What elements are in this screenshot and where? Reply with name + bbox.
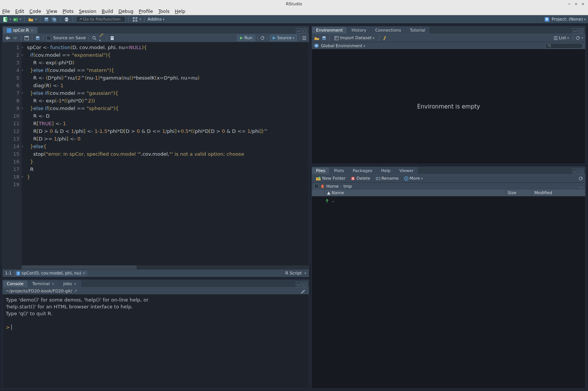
menu-build[interactable]: Build (102, 9, 113, 14)
save-workspace-icon[interactable] (322, 36, 326, 40)
col-modified[interactable]: Modified (532, 190, 585, 196)
close-icon[interactable]: × (73, 282, 76, 286)
rename-button[interactable]: Rename (374, 176, 400, 181)
find-icon[interactable] (92, 36, 97, 40)
close-button[interactable]: × (581, 2, 586, 6)
back-icon[interactable] (5, 36, 10, 40)
goto-file-input[interactable]: ↗Go to file/function (76, 16, 126, 22)
tab-packages[interactable]: Packages (349, 167, 377, 174)
save-icon[interactable] (43, 16, 49, 22)
open-file-icon[interactable] (28, 16, 34, 22)
delete-button[interactable]: Delete (349, 176, 372, 181)
tab-viewer[interactable]: Viewer (395, 167, 418, 174)
tab-environment[interactable]: Environment (312, 27, 347, 34)
refresh-files-icon[interactable] (578, 176, 583, 181)
tab-tutorial[interactable]: Tutorial (405, 27, 429, 34)
rerun-icon[interactable] (260, 36, 265, 40)
outline-icon[interactable] (302, 36, 307, 40)
pane-minimize-button[interactable]: ▭ (296, 282, 301, 287)
menu-debug[interactable]: Debug (118, 9, 133, 14)
file-up-dir[interactable]: .. (315, 198, 582, 203)
col-size[interactable]: Size (505, 190, 532, 196)
pane-maximize-button[interactable]: □ (578, 28, 584, 34)
menu-code[interactable]: Code (29, 9, 41, 14)
horizontal-scrollbar[interactable] (22, 265, 309, 269)
save-file-icon[interactable] (35, 36, 40, 40)
pane-maximize-button[interactable]: □ (302, 282, 307, 287)
pane-maximize-button[interactable]: □ (302, 28, 307, 34)
env-search-input[interactable] (545, 43, 583, 49)
svg-rect-10 (65, 20, 68, 21)
menu-view[interactable]: View (46, 9, 57, 14)
menu-help[interactable]: Help (175, 9, 185, 14)
pane-maximize-button[interactable]: □ (578, 169, 584, 174)
source-on-save-checkbox[interactable] (46, 36, 51, 40)
console-prompt: > (6, 324, 10, 330)
files-toolbar: New Folder Delete Rename More (312, 174, 585, 183)
pane-minimize-button[interactable]: ▭ (572, 169, 578, 174)
project-menu[interactable]: Project: (None) (551, 17, 586, 22)
pane-minimize-button[interactable]: ▭ (572, 28, 578, 34)
refresh-icon[interactable] (575, 36, 580, 40)
pane-minimize-button[interactable]: ▭ (296, 28, 301, 34)
more-path-icon[interactable]: … (579, 184, 583, 189)
menu-edit[interactable]: Edit (15, 9, 24, 14)
project-icon[interactable]: R (544, 16, 550, 22)
close-icon[interactable]: × (30, 28, 33, 32)
source-button[interactable]: Source (270, 35, 297, 41)
import-dataset-menu[interactable]: Import Dataset (333, 35, 376, 41)
new-file-icon[interactable] (2, 16, 8, 22)
more-menu[interactable]: More (402, 176, 424, 181)
tab-jobs[interactable]: Jobs× (59, 280, 81, 287)
addins-menu[interactable]: Addins (148, 17, 164, 22)
grid-icon[interactable] (132, 16, 138, 22)
compile-report-icon[interactable] (110, 36, 114, 40)
crumb-home[interactable]: Home (326, 184, 338, 189)
list-view-menu[interactable]: List (552, 35, 571, 41)
clear-console-icon[interactable] (300, 288, 306, 294)
go-to-dir-icon[interactable]: ↗ (74, 289, 77, 294)
console-output[interactable]: Type 'demo()' for some demos, 'help()' f… (3, 294, 309, 388)
svg-text:R: R (546, 18, 548, 21)
home-icon[interactable] (320, 184, 325, 188)
clear-workspace-icon[interactable] (383, 36, 388, 40)
tab-history[interactable]: History (347, 27, 370, 34)
cursor-position: 1:1 (5, 271, 12, 276)
environment-pane: Environment History Connections Tutorial… (311, 26, 586, 164)
close-icon[interactable]: × (51, 282, 54, 286)
print-icon[interactable] (64, 16, 70, 22)
code-body[interactable]: spCor <- function(D, cov.model, phi, nu=… (22, 42, 309, 269)
wand-icon[interactable] (99, 33, 103, 43)
svg-point-38 (405, 178, 407, 179)
maximize-button[interactable]: + (574, 2, 579, 6)
svg-rect-17 (7, 28, 11, 33)
tab-help[interactable]: Help (377, 167, 395, 174)
svg-rect-9 (65, 18, 68, 19)
menu-file[interactable]: File (2, 9, 10, 14)
select-all-checkbox[interactable] (314, 184, 319, 188)
new-project-icon[interactable] (13, 16, 19, 22)
menu-plots[interactable]: Plots (63, 9, 74, 14)
menu-session[interactable]: Session (79, 9, 96, 14)
function-indicator[interactable]: ƒ spCor(D, cov.model, phi, nu) ≑ (14, 270, 88, 276)
tab-console[interactable]: Console (3, 280, 28, 287)
forward-icon[interactable] (13, 36, 18, 40)
new-folder-button[interactable]: New Folder (314, 176, 347, 181)
menu-profile[interactable]: Profile (139, 9, 153, 14)
script-type[interactable]: R Script (285, 271, 302, 276)
tab-spcor-r[interactable]: spCor.R × (3, 27, 38, 34)
show-in-new-window-icon[interactable] (24, 36, 29, 40)
col-name[interactable]: ▲ Name (325, 190, 505, 196)
code-editor[interactable]: 12345678910111213141516171819 spCor <- f… (3, 42, 309, 269)
load-workspace-icon[interactable] (314, 36, 319, 40)
tab-plots[interactable]: Plots (330, 167, 348, 174)
minimize-button[interactable]: − (567, 2, 572, 6)
tab-files[interactable]: Files (312, 167, 329, 174)
crumb-tmp[interactable]: tmp (343, 184, 352, 189)
scope-selector[interactable]: Global Environment (321, 43, 365, 48)
run-button[interactable]: Run (237, 35, 255, 41)
menu-tools[interactable]: Tools (158, 9, 170, 14)
tab-terminal[interactable]: Terminal× (28, 280, 59, 287)
save-all-icon[interactable] (51, 16, 57, 22)
tab-connections[interactable]: Connections (371, 27, 405, 34)
